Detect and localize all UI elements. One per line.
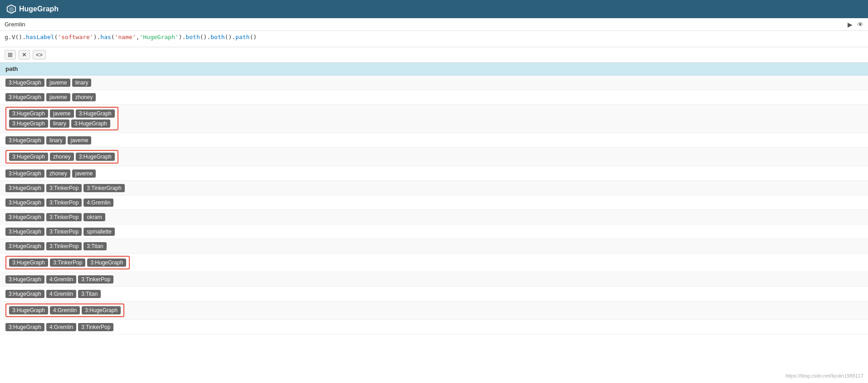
tag: zhoney xyxy=(50,153,74,161)
query-area[interactable]: g.V().hasLabel('software').has('name','H… xyxy=(0,31,868,47)
tag: 4:Gremlin xyxy=(46,290,76,298)
tag: 3:HugeGraph xyxy=(5,93,44,101)
tag: 3:TinkerPop xyxy=(78,323,113,331)
tag: 4:Gremlin xyxy=(46,275,76,284)
table-row: 3:HugeGraph zhoney javeme xyxy=(0,166,868,181)
eye-button[interactable]: 👁 xyxy=(857,21,863,28)
tag: 3:HugeGraph xyxy=(5,290,44,298)
tag: javeme xyxy=(72,169,96,178)
gremlin-bar: Gremlin ▶ 👁 xyxy=(0,18,868,31)
tag: 3:TinkerPop xyxy=(50,259,85,267)
table-row: 3:HugeGraph 4:Gremlin 3:TinkerPop xyxy=(0,320,868,334)
query-code: g.V().hasLabel('software').has('name','H… xyxy=(5,34,257,40)
tag: 3:TinkerPop xyxy=(46,213,82,221)
tag: linary xyxy=(46,136,66,144)
tag: 4:Gremlin xyxy=(46,323,76,331)
app-header: HugeGraph xyxy=(0,0,868,18)
tag: 3:HugeGraph xyxy=(5,169,44,178)
tag: spmallette xyxy=(83,228,115,236)
tag: 3:Titan xyxy=(83,242,106,250)
highlighted-group: 3:HugeGraph javeme 3:HugeGraph 3:HugeGra… xyxy=(5,107,118,130)
table-row: 3:HugeGraph javeme linary xyxy=(0,75,868,90)
highlighted-row: 3:HugeGraph 4:Gremlin 3:HugeGraph xyxy=(5,303,124,317)
results-container: path 3:HugeGraph javeme linary 3:HugeGra… xyxy=(0,63,868,334)
table-row: 3:HugeGraph 3:TinkerPop 3:TinkerGraph xyxy=(0,181,868,195)
tag: 3:TinkerPop xyxy=(46,228,82,236)
tag: 3:HugeGraph xyxy=(5,79,44,87)
toolbar: ⊞ ✕ <> xyxy=(0,47,868,63)
tag: 3:HugeGraph xyxy=(5,199,44,207)
tag: 3:HugeGraph xyxy=(5,213,44,221)
tag: 3:TinkerPop xyxy=(46,199,82,207)
table-row: 3:HugeGraph 3:TinkerPop spmallette xyxy=(0,224,868,239)
tag: 3:TinkerPop xyxy=(78,275,113,284)
tag: 3:HugeGraph xyxy=(5,228,44,236)
close-button[interactable]: ✕ xyxy=(19,50,30,60)
tag: 3:HugeGraph xyxy=(76,153,115,161)
gremlin-label: Gremlin xyxy=(5,21,25,28)
table-row: 3:HugeGraph 3:TinkerPop okram xyxy=(0,210,868,224)
table-row: 3:HugeGraph 4:Gremlin 3:HugeGraph xyxy=(0,301,868,320)
tag: 3:HugeGraph xyxy=(5,323,44,331)
table-row: 3:HugeGraph 3:TinkerPop 3:Titan xyxy=(0,239,868,254)
tag: okram xyxy=(83,213,105,221)
table-row: 3:HugeGraph zhoney 3:HugeGraph xyxy=(0,148,868,166)
table-row: 3:HugeGraph 3:TinkerPop 3:HugeGraph xyxy=(0,254,868,272)
svg-marker-1 xyxy=(9,7,14,13)
tag: 3:HugeGraph xyxy=(71,119,110,128)
tag: javeme xyxy=(50,109,74,118)
tag: 4:Gremlin xyxy=(50,306,80,314)
highlighted-row: 3:HugeGraph 3:TinkerPop 3:HugeGraph xyxy=(5,256,130,269)
table-row: 3:HugeGraph javeme zhoney xyxy=(0,90,868,104)
tag: 3:HugeGraph xyxy=(76,109,115,118)
tag: 3:HugeGraph xyxy=(9,109,48,118)
tag: 3:HugeGraph xyxy=(87,259,126,267)
gremlin-actions: ▶ 👁 xyxy=(848,21,863,28)
tag: 3:HugeGraph xyxy=(82,306,121,314)
tag: 3:TinkerPop xyxy=(46,184,82,192)
tag: linary xyxy=(50,119,69,128)
tag: 3:TinkerPop xyxy=(46,242,82,250)
tag: 3:HugeGraph xyxy=(9,119,48,128)
run-button[interactable]: ▶ xyxy=(848,21,853,28)
table-row: 3:HugeGraph 3:TinkerPop 4:Gremlin xyxy=(0,195,868,210)
table-row: 3:HugeGraph 4:Gremlin 3:TinkerPop xyxy=(0,272,868,287)
tag: zhoney xyxy=(46,169,70,178)
tag: 3:HugeGraph xyxy=(9,259,48,267)
app-title: HugeGraph xyxy=(19,5,59,13)
table-view-button[interactable]: ⊞ xyxy=(5,50,16,60)
table-row: 3:HugeGraph 4:Gremlin 3:Titan xyxy=(0,287,868,301)
tag: zhoney xyxy=(72,93,96,101)
tag: linary xyxy=(72,79,92,87)
tag: 3:Titan xyxy=(78,290,101,298)
tag: javeme xyxy=(46,93,70,101)
app-logo: HugeGraph xyxy=(6,4,59,14)
results-header: path xyxy=(0,63,868,75)
hugegraph-logo-icon xyxy=(6,4,16,14)
tag: javeme xyxy=(68,136,92,144)
tag: 4:Gremlin xyxy=(83,199,113,207)
highlighted-row: 3:HugeGraph zhoney 3:HugeGraph xyxy=(5,150,118,164)
tag: 3:HugeGraph xyxy=(9,306,48,314)
tag: javeme xyxy=(46,79,70,87)
tag: 3:HugeGraph xyxy=(5,136,44,144)
table-row: 3:HugeGraph javeme 3:HugeGraph 3:HugeGra… xyxy=(0,104,868,133)
code-view-button[interactable]: <> xyxy=(33,50,46,60)
tag: 3:HugeGraph xyxy=(5,275,44,284)
tag: 3:TinkerGraph xyxy=(83,184,124,192)
table-row: 3:HugeGraph linary javeme xyxy=(0,133,868,148)
tag: 3:HugeGraph xyxy=(9,153,48,161)
tag: 3:HugeGraph xyxy=(5,184,44,192)
tag: 3:HugeGraph xyxy=(5,242,44,250)
